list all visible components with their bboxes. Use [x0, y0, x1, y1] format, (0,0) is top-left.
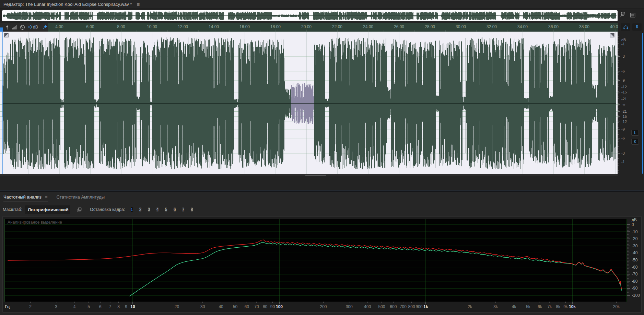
ruler-time-label: 32:00 — [487, 24, 497, 29]
scale-dropdown[interactable]: Логарифмический — [25, 205, 70, 214]
scale-tick — [618, 80, 620, 81]
hold-button-1[interactable]: 1 — [128, 206, 136, 213]
hold-button-3[interactable]: 3 — [145, 206, 153, 213]
freq-tick-label: 900 — [415, 304, 422, 309]
ruler-time-label: 36:00 — [548, 24, 559, 29]
panel-menu-icon[interactable]: ≡ — [137, 1, 140, 7]
scale-tick — [618, 71, 620, 71]
db-tick-label: -20 — [632, 236, 638, 241]
ruler-time-label: 28:00 — [425, 24, 435, 29]
hold-button-5[interactable]: 5 — [162, 206, 170, 213]
scale-db-label: -3 — [621, 54, 625, 58]
ruler-right-controls — [619, 23, 644, 32]
gain-readout[interactable]: +0 dB — [27, 25, 38, 30]
scale-db-label: -1 — [621, 160, 625, 164]
scale-tick — [618, 162, 620, 162]
channel-badge-left[interactable]: L — [631, 130, 639, 136]
waveform-editor[interactable] — [0, 32, 618, 174]
playhead-handle[interactable] — [0, 27, 3, 32]
ruler-time-label: 4:00 — [55, 24, 63, 29]
freq-tick-label: 70 — [254, 304, 259, 309]
freq-tick-label: 600 — [390, 304, 397, 309]
ruler-time-label: 20:00 — [301, 24, 312, 29]
hold-button-6[interactable]: 6 — [171, 206, 179, 213]
scale-tick — [618, 99, 620, 99]
ruler-row: +0 dB 4:006:008:0010:0012:0014:0016:0018… — [0, 23, 644, 32]
freq-tick-label: 7 — [109, 304, 112, 309]
scale-db-label: -∞ — [621, 102, 625, 106]
freq-tick-label: 1k — [423, 304, 428, 309]
ruler-time-label: 30:00 — [456, 24, 466, 29]
scale-db-label: -9 — [621, 127, 625, 131]
freq-tick-label: 700 — [400, 304, 407, 309]
freq-tick-label: 6k — [538, 304, 542, 309]
levels-icon[interactable] — [12, 24, 18, 30]
timeline-ruler[interactable]: 4:006:008:0010:0012:0014:0016:0018:0020:… — [48, 23, 618, 32]
hold-button-7[interactable]: 7 — [179, 206, 187, 213]
scale-db-label: -15 — [621, 114, 627, 119]
freq-tick-label: 5 — [87, 304, 90, 309]
scale-db-label: -6 — [621, 136, 625, 140]
gain-knob-icon[interactable] — [19, 24, 26, 31]
channel-badge-k[interactable]: K — [631, 139, 639, 145]
frequency-analysis-chart: 2345678910203040506070809010020030040050… — [0, 216, 644, 315]
tab-frequency-analysis[interactable]: Частотный анализ ≡ — [3, 194, 48, 202]
editor-toolbar: +0 dB — [0, 23, 48, 32]
freq-tick-label: 2k — [468, 304, 472, 309]
keep-playhead-pin-icon[interactable] — [632, 23, 642, 31]
fade-in-handle[interactable] — [4, 33, 9, 37]
scale-db-label: -21 — [621, 97, 627, 101]
overview-strip — [0, 9, 644, 23]
scale-tick — [618, 44, 620, 44]
fader-icon[interactable] — [4, 24, 10, 30]
scale-minor-ticks — [618, 33, 619, 174]
tab-menu-icon[interactable]: ≡ — [45, 194, 48, 200]
scrollbar-handle[interactable] — [305, 175, 326, 176]
db-tick-label: -70 — [632, 272, 638, 277]
freq-tick-label: 80 — [263, 304, 268, 309]
vertical-zoom-scrollbar[interactable] — [641, 32, 644, 176]
freq-tick-label: 400 — [364, 304, 371, 309]
ruler-time-label: 14:00 — [209, 24, 219, 29]
scale-db-label: -9 — [621, 78, 625, 82]
hold-button-2[interactable]: 2 — [137, 206, 144, 213]
pin-icon[interactable] — [42, 24, 48, 30]
headphones-icon[interactable] — [621, 23, 630, 31]
freq-tick-label: 500 — [378, 304, 385, 309]
scale-db-label: -12 — [621, 120, 627, 124]
analysis-panel: Частотный анализ ≡ Статистика Амплитуды … — [0, 192, 644, 315]
hold-button-8[interactable]: 8 — [188, 206, 196, 213]
overview-zoom-reset-icon[interactable] — [619, 12, 626, 19]
freq-tick-label: 7k — [548, 304, 552, 309]
freq-tick-label: 60 — [245, 304, 249, 309]
ruler-time-label: 6:00 — [86, 24, 94, 29]
freq-tick-label: 20 — [175, 304, 179, 309]
ruler-time-label: 34:00 — [517, 24, 528, 29]
freq-tick-label: 5k — [526, 304, 531, 309]
overview-menu-icon[interactable] — [629, 12, 636, 19]
copy-graph-icon[interactable] — [77, 207, 82, 213]
fade-out-handle[interactable] — [610, 33, 614, 37]
hold-button-4[interactable]: 4 — [154, 206, 162, 213]
freq-tick-label: 4 — [73, 304, 76, 309]
ruler-time-label: 16:00 — [239, 24, 250, 29]
freq-tick-label: 10 — [130, 304, 135, 309]
ruler-time-label: 8:00 — [117, 24, 125, 29]
editor-panel-titlebar: Редактор: The Lunar Injection Kool Aid E… — [0, 0, 644, 9]
overview-waveform[interactable] — [2, 10, 618, 21]
ruler-time-label: 22:00 — [332, 24, 342, 29]
db-tick-label: -100 — [632, 293, 640, 298]
ruler-time-label: 40:00 — [610, 24, 618, 29]
freq-tick-label: 3 — [55, 304, 57, 309]
audition-app: { "window": { "title": "Редактор: The Lu… — [0, 0, 644, 315]
db-tick-label: -60 — [632, 265, 638, 270]
scale-db-label: -21 — [621, 109, 627, 113]
freq-tick-label: 200 — [320, 304, 327, 309]
y-axis-unit: дБ — [632, 217, 637, 222]
scale-db-label: -3 — [621, 151, 625, 155]
ruler-time-label: 24:00 — [363, 24, 373, 29]
tab-amplitude-statistics[interactable]: Статистика Амплитуды — [57, 194, 105, 202]
freq-tick-label: 9 — [125, 304, 127, 309]
scale-tick — [618, 116, 620, 117]
scale-tick — [618, 111, 620, 112]
